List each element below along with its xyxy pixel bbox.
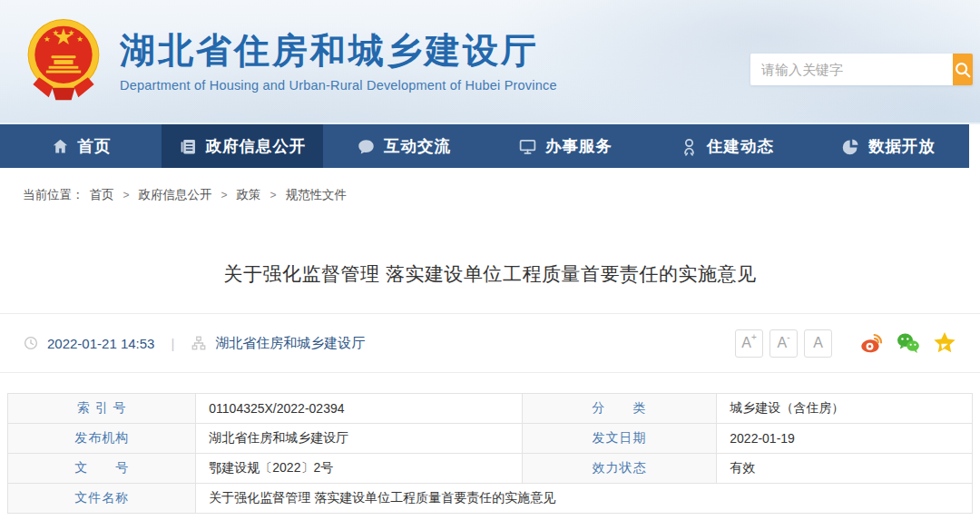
nav-item-services[interactable]: 办事服务 [485, 124, 646, 168]
font-btn-sup: + [751, 330, 757, 345]
article-tools: A+ A- A [729, 329, 957, 358]
validity-status-value: 有效 [717, 454, 973, 484]
wechat-icon[interactable] [896, 330, 921, 356]
category-value: 城乡建设（含住房） [717, 394, 973, 424]
article-meta-bar: 2022-01-21 14:53 | 湖北省住房和城乡建设厅 A+ A- A [0, 313, 980, 373]
national-emblem-icon: ★ ★ ★ ★ ★ [20, 15, 107, 109]
clock-icon [23, 335, 39, 351]
nav-item-gov-info[interactable]: 政府信息公开 [162, 124, 323, 168]
svg-text:★: ★ [44, 34, 51, 44]
font-decrease-button[interactable]: A- [769, 329, 798, 358]
document-icon [179, 137, 198, 156]
breadcrumb-item-gov-info[interactable]: 政府信息公开 [139, 187, 212, 203]
weibo-icon[interactable] [859, 330, 885, 356]
category-label: 分 类 [522, 394, 717, 424]
site-logo-link[interactable]: ★ ★ ★ ★ ★ 湖北省住房和城乡建设厅 Department of Hous… [20, 15, 557, 109]
site-title: 湖北省住房和城乡建设厅 [120, 31, 557, 72]
breadcrumb-item-policy[interactable]: 政策 [237, 187, 261, 203]
search-input[interactable] [750, 54, 953, 85]
svg-text:★: ★ [76, 34, 83, 44]
issue-date-label: 发文日期 [522, 424, 717, 454]
breadcrumb-separator: > [270, 189, 277, 201]
nav-label: 数据开放 [868, 135, 936, 157]
nav-item-news[interactable]: 住建动态 [646, 124, 808, 168]
nav-label: 办事服务 [545, 135, 612, 157]
nav-label: 互动交流 [384, 135, 451, 157]
doc-name-label: 文件名称 [8, 484, 196, 514]
validity-status-label: 效力状态 [522, 454, 717, 484]
monitor-icon [518, 137, 537, 156]
svg-text:★: ★ [52, 28, 59, 37]
font-btn-sup: - [787, 330, 789, 345]
table-row: 文 号 鄂建设规〔2022〕2号 效力状态 有效 [8, 454, 973, 484]
article-title: 关于强化监督管理 落实建设单位工程质量首要责任的实施意见 [0, 261, 980, 313]
issuing-agency-value: 湖北省住房和城乡建设厅 [196, 424, 522, 454]
issuing-agency-label: 发布机构 [8, 424, 196, 454]
pie-chart-icon [841, 137, 860, 156]
meta-divider: | [171, 336, 174, 351]
breadcrumb: 当前位置： 首页 > 政府信息公开 > 政策 > 规范性文件 [0, 168, 980, 203]
home-icon [51, 137, 70, 156]
search-button[interactable] [953, 54, 973, 85]
breadcrumb-item-normative-docs[interactable]: 规范性文件 [286, 187, 348, 203]
table-row: 索 引 号 01104325X/2022-02394 分 类 城乡建设（含住房） [8, 394, 973, 424]
main-nav: 首页 政府信息公开 互动交流 办事服务 住建动态 [0, 124, 969, 168]
article-source: 湖北省住房和城乡建设厅 [215, 335, 365, 352]
article-meta: 2022-01-21 14:53 | 湖北省住房和城乡建设厅 [23, 335, 365, 352]
doc-number-label: 文 号 [8, 454, 196, 484]
search-box [750, 54, 973, 85]
font-btn-label: A [813, 330, 823, 356]
font-increase-button[interactable]: A+ [735, 329, 763, 358]
index-number-value: 01104325X/2022-02394 [196, 394, 522, 424]
chat-icon [357, 137, 376, 156]
breadcrumb-separator: > [221, 189, 228, 201]
site-header: ★ ★ ★ ★ ★ 湖北省住房和城乡建设厅 Department of Hous… [0, 0, 980, 124]
issue-date-value: 2022-01-19 [717, 424, 973, 454]
nav-item-interaction[interactable]: 互动交流 [323, 124, 485, 168]
table-row: 文件名称 关于强化监督管理 落实建设单位工程质量首要责任的实施意见 [8, 484, 973, 514]
font-btn-label: A [741, 330, 751, 356]
brand-text: 湖北省住房和城乡建设厅 Department of Housing and Ur… [120, 31, 557, 93]
search-icon [953, 60, 973, 80]
nav-item-open-data[interactable]: 数据开放 [808, 124, 969, 168]
nav-label: 政府信息公开 [206, 135, 307, 157]
nav-item-home[interactable]: 首页 [0, 124, 162, 168]
breadcrumb-prefix: 当前位置： [23, 187, 84, 203]
publish-datetime: 2022-01-21 14:53 [47, 336, 154, 351]
doc-number-value: 鄂建设规〔2022〕2号 [196, 454, 522, 484]
table-row: 发布机构 湖北省住房和城乡建设厅 发文日期 2022-01-19 [8, 424, 973, 454]
font-btn-label: A [777, 330, 787, 356]
breadcrumb-separator: > [123, 189, 130, 201]
qzone-icon[interactable] [932, 330, 957, 356]
nav-label: 首页 [78, 135, 112, 157]
source-sitemap-icon [191, 335, 207, 351]
nav-label: 住建动态 [707, 135, 774, 157]
breadcrumb-item-home[interactable]: 首页 [90, 187, 114, 203]
document-info-table: 索 引 号 01104325X/2022-02394 分 类 城乡建设（含住房）… [7, 393, 973, 514]
person-badge-icon [680, 137, 699, 156]
doc-name-value: 关于强化监督管理 落实建设单位工程质量首要责任的实施意见 [196, 484, 973, 514]
site-subtitle: Department of Housing and Urban-Rural De… [120, 78, 557, 93]
font-reset-button[interactable]: A [804, 329, 832, 358]
svg-text:★: ★ [68, 28, 75, 37]
index-number-label: 索 引 号 [8, 394, 196, 424]
